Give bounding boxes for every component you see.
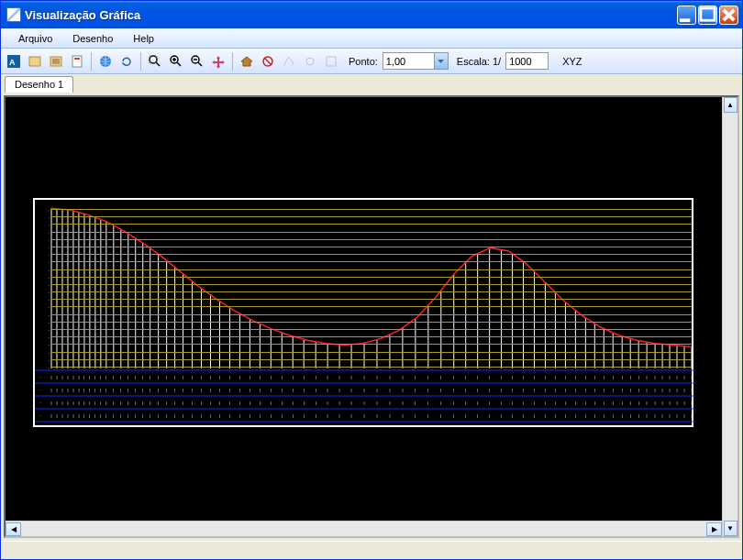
- svg-text:|: |: [575, 375, 576, 379]
- svg-text:|: |: [94, 401, 95, 405]
- svg-text:|: |: [282, 375, 283, 379]
- tool-icon-4[interactable]: [68, 52, 86, 71]
- home-icon[interactable]: [238, 52, 256, 71]
- svg-text:|: |: [691, 375, 692, 379]
- svg-text:|: |: [363, 375, 364, 379]
- tool-icon-14[interactable]: [301, 52, 319, 71]
- svg-text:|: |: [575, 401, 576, 405]
- coord-mode[interactable]: XYZ: [551, 56, 583, 67]
- maximize-button[interactable]: [698, 5, 717, 25]
- svg-text:|: |: [61, 375, 62, 379]
- svg-text:|: |: [555, 388, 556, 392]
- close-button[interactable]: [719, 5, 738, 25]
- svg-text:|: |: [183, 388, 183, 392]
- svg-text:|: |: [594, 388, 595, 392]
- minimize-button[interactable]: [677, 5, 696, 25]
- svg-text:|: |: [465, 388, 466, 392]
- tool-icon-13[interactable]: [280, 52, 298, 71]
- zoom-out-icon[interactable]: [188, 52, 206, 71]
- svg-text:|: |: [415, 401, 416, 405]
- tool-icon-3[interactable]: [47, 52, 65, 71]
- svg-text:|: |: [201, 413, 202, 418]
- svg-text:|: |: [78, 375, 79, 379]
- zoom-in-icon[interactable]: [167, 52, 185, 71]
- svg-text:|: |: [630, 413, 631, 418]
- svg-text:|: |: [192, 401, 193, 405]
- scroll-left-button[interactable]: ◀: [6, 522, 21, 536]
- svg-text:|: |: [260, 413, 261, 418]
- svg-text:|: |: [691, 401, 692, 405]
- ponto-combo[interactable]: [383, 52, 449, 70]
- zoom-extents-icon[interactable]: [146, 52, 164, 71]
- svg-text:|: |: [105, 401, 106, 405]
- svg-rect-4: [29, 57, 40, 66]
- scroll-right-button[interactable]: ▶: [706, 522, 722, 536]
- svg-text:|: |: [229, 375, 230, 379]
- svg-text:|: |: [604, 413, 604, 418]
- svg-text:|: |: [501, 413, 502, 418]
- dropdown-arrow-icon[interactable]: [434, 53, 448, 69]
- svg-text:|: |: [604, 401, 604, 405]
- svg-text:|: |: [304, 388, 305, 392]
- svg-text:|: |: [376, 401, 377, 405]
- disable-icon[interactable]: [259, 52, 277, 71]
- scroll-down-button[interactable]: ▼: [724, 521, 737, 536]
- escala-input[interactable]: [506, 53, 548, 69]
- svg-text:|: |: [555, 375, 556, 379]
- svg-text:|: |: [113, 401, 114, 405]
- svg-rect-15: [327, 57, 336, 66]
- tool-icon-15[interactable]: [322, 52, 340, 71]
- svg-text:|: |: [427, 375, 428, 379]
- tabstrip: Desenho 1: [1, 74, 742, 93]
- svg-text:|: |: [250, 413, 250, 418]
- svg-text:|: |: [670, 375, 671, 379]
- svg-text:|: |: [670, 401, 671, 405]
- toolbar: A Ponto: Escala: 1/ XYZ: [1, 49, 742, 74]
- svg-text:|: |: [210, 375, 211, 379]
- svg-text:|: |: [239, 413, 240, 418]
- menu-help[interactable]: Help: [123, 31, 164, 46]
- svg-text:|: |: [120, 375, 121, 379]
- ponto-input[interactable]: [383, 53, 434, 69]
- svg-text:|: |: [376, 388, 377, 392]
- menu-desenho[interactable]: Desenho: [62, 31, 123, 46]
- svg-text:|: |: [683, 375, 684, 379]
- menu-arquivo[interactable]: Arquivo: [8, 31, 62, 46]
- svg-text:|: |: [250, 375, 250, 379]
- svg-text:|: |: [304, 375, 305, 379]
- svg-text:|: |: [158, 401, 159, 405]
- ponto-label: Ponto:: [343, 56, 380, 67]
- svg-text:|: |: [282, 388, 283, 392]
- svg-text:·: ·: [40, 412, 41, 418]
- svg-text:|: |: [67, 401, 68, 405]
- svg-text:|: |: [363, 388, 364, 392]
- svg-text:|: |: [316, 401, 316, 405]
- svg-text:|: |: [512, 413, 513, 418]
- drawing-canvas[interactable]: ||||||||||||||||||||||||||||||||||||||||…: [4, 95, 739, 538]
- tab-desenho-1[interactable]: Desenho 1: [5, 76, 73, 93]
- escala-field[interactable]: [505, 52, 549, 70]
- tool-icon-2[interactable]: [26, 52, 44, 71]
- svg-text:|: |: [78, 413, 79, 418]
- vertical-scrollbar[interactable]: ▲ ▼: [722, 97, 737, 536]
- export-autocad-icon[interactable]: A: [5, 52, 23, 71]
- svg-text:|: |: [339, 401, 340, 405]
- svg-text:|: |: [575, 413, 576, 418]
- pan-icon[interactable]: [209, 52, 227, 71]
- globe-icon[interactable]: [96, 52, 115, 71]
- scroll-up-button[interactable]: ▲: [724, 97, 737, 113]
- svg-text:|: |: [670, 388, 671, 392]
- refresh-icon[interactable]: [117, 52, 136, 71]
- svg-rect-1: [701, 7, 715, 19]
- svg-text:|: |: [72, 401, 73, 405]
- svg-text:|: |: [512, 388, 513, 392]
- svg-text:|: |: [78, 401, 79, 405]
- svg-text:|: |: [327, 413, 328, 418]
- svg-text:|: |: [440, 375, 441, 379]
- svg-text:|: |: [415, 388, 416, 392]
- svg-text:|: |: [260, 375, 261, 379]
- horizontal-scrollbar[interactable]: ◀ ▶: [6, 521, 722, 536]
- svg-text:|: |: [120, 401, 121, 405]
- titlebar[interactable]: Visualização Gráfica: [1, 1, 742, 28]
- svg-text:|: |: [201, 401, 202, 405]
